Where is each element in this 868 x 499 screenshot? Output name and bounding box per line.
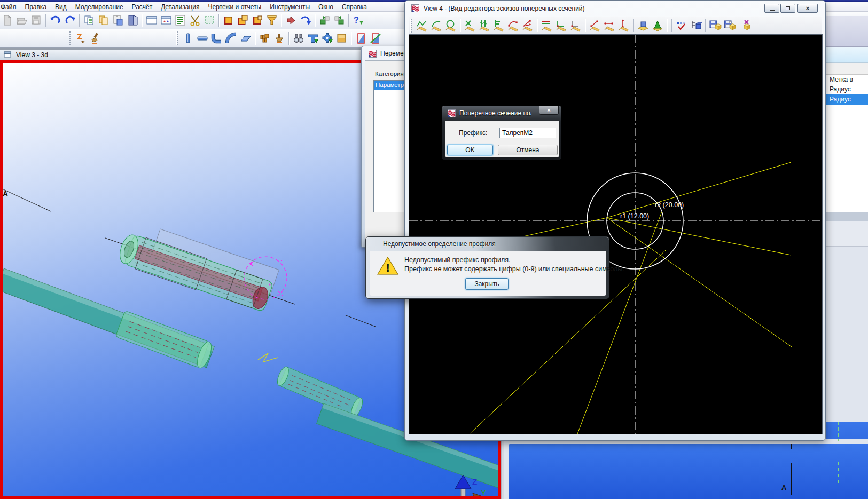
plate-icon[interactable] <box>238 31 253 46</box>
coincident-constraint-icon[interactable] <box>491 18 506 33</box>
bolts-icon[interactable] <box>257 31 272 46</box>
menu-tools[interactable]: Инструменты <box>265 3 314 11</box>
background-view-window: A <box>502 439 868 499</box>
window-icon[interactable] <box>144 13 159 28</box>
sketch-grid-line <box>838 462 839 486</box>
paste-icon[interactable] <box>111 13 125 28</box>
sketch-grid-line <box>838 422 839 441</box>
sketch-circle-icon[interactable] <box>443 18 458 33</box>
material-icon[interactable] <box>334 31 349 46</box>
menu-modeling[interactable]: Моделирование <box>71 3 128 11</box>
panel-divider <box>826 212 868 221</box>
profile-icon[interactable] <box>354 31 368 46</box>
list-icon[interactable] <box>173 13 187 28</box>
panel-body <box>826 247 868 422</box>
arc-beam-icon[interactable] <box>224 31 238 46</box>
vertical-dimension-icon[interactable] <box>616 18 631 33</box>
fill-opening-icon[interactable] <box>250 13 264 28</box>
prefix-input[interactable] <box>499 128 556 138</box>
sketch-toolbar <box>409 17 822 34</box>
redo-icon[interactable] <box>62 13 77 28</box>
parallel-constraint-icon[interactable] <box>477 18 491 33</box>
menu-file[interactable]: Файл <box>0 3 21 11</box>
select-region-icon[interactable] <box>202 13 216 28</box>
window-props-icon[interactable] <box>159 13 173 28</box>
right-window-titlebar <box>826 16 868 47</box>
menu-edit[interactable]: Правка <box>21 3 51 11</box>
table-view-icon[interactable] <box>306 31 320 46</box>
close-button[interactable]: × <box>797 4 818 13</box>
dialog-close-button[interactable]: × <box>539 106 559 115</box>
sketch-arc-icon[interactable] <box>429 18 443 33</box>
delete-profile-icon[interactable] <box>737 18 751 33</box>
copy-icon[interactable] <box>82 13 96 28</box>
view4-titlebar[interactable]: View 4 - (Вид редактора эскизов поперечн… <box>405 1 825 16</box>
section-label-a: A <box>3 189 8 198</box>
cut-icon[interactable] <box>187 13 202 28</box>
corner-grey-icon[interactable] <box>568 18 583 33</box>
find-icon[interactable] <box>291 31 306 46</box>
fill-window-icon[interactable] <box>236 13 250 28</box>
undo-icon[interactable] <box>48 13 62 28</box>
ok-button[interactable]: OK <box>447 145 493 155</box>
menu-detailing[interactable]: Детализация <box>157 3 204 11</box>
fill-edge-icon[interactable] <box>221 13 236 28</box>
table-row-selected[interactable]: Радиус <box>826 94 868 105</box>
menu-window[interactable]: Окно <box>314 3 338 11</box>
minimize-button[interactable] <box>764 4 779 13</box>
profile-cut-icon[interactable] <box>368 31 382 46</box>
background-3d-view[interactable]: A <box>509 444 868 499</box>
close-error-button[interactable]: Закрыть <box>465 278 509 290</box>
error-dialog-titlebar[interactable]: Недопустимое определение профиля <box>366 237 610 251</box>
duplicate-icon[interactable] <box>96 13 111 28</box>
outer-radius-label: r2 (20.00) <box>655 201 684 209</box>
angle-dimension-icon[interactable] <box>520 18 535 33</box>
sketch-polyline-icon[interactable] <box>415 18 429 33</box>
insert-block-icon[interactable] <box>317 13 332 28</box>
horizontal-dimension-icon[interactable] <box>602 18 616 33</box>
corner-beam-icon[interactable] <box>209 31 224 46</box>
section-line-tick <box>791 444 792 449</box>
tree-box-icon[interactable] <box>689 18 703 33</box>
menu-view[interactable]: Вид <box>51 3 71 11</box>
verify-sketch-icon[interactable] <box>674 18 689 33</box>
weld-seam-icon[interactable] <box>73 31 88 46</box>
sleeve-part[interactable] <box>275 365 365 418</box>
funnel-icon[interactable] <box>264 13 279 28</box>
orbit-arrow-icon[interactable] <box>298 13 312 28</box>
open-file-icon[interactable] <box>14 13 29 28</box>
save-icon[interactable] <box>29 13 43 28</box>
remove-block-icon[interactable] <box>332 13 346 28</box>
menu-help[interactable]: Справка <box>338 3 371 11</box>
menu-calculation[interactable]: Расчёт <box>128 3 157 11</box>
cancel-button[interactable]: Отмена <box>498 145 558 155</box>
line-dimension-icon[interactable] <box>588 18 602 33</box>
arc-dimension-icon[interactable] <box>506 18 520 33</box>
corner-dimension-icon[interactable] <box>554 18 568 33</box>
table-row[interactable]: Радиус <box>826 84 868 94</box>
axis-y-label: Y <box>481 489 486 496</box>
parallel-dimension-icon[interactable] <box>539 18 554 33</box>
sketch-canvas[interactable]: r2 (20.00) r1 (12.00) <box>409 35 822 434</box>
error-message-line2: Префикс не может содержать цифры (0-9) и… <box>404 265 624 273</box>
step-forward-icon[interactable] <box>284 13 298 28</box>
delete-point-icon[interactable] <box>463 18 477 33</box>
weld-brush-icon[interactable] <box>88 31 102 46</box>
prefix-label: Префикс: <box>459 129 487 137</box>
cone-item-icon[interactable] <box>650 18 664 33</box>
save-as-profile-icon[interactable] <box>722 18 737 33</box>
restore-button[interactable] <box>780 4 795 13</box>
settings-gear-icon[interactable] <box>320 31 334 46</box>
context-help-icon[interactable]: ? <box>351 13 365 28</box>
view3-window-icon <box>4 51 12 59</box>
weld-down-icon[interactable] <box>272 31 286 46</box>
column-header[interactable]: Метка в <box>826 75 868 84</box>
menu-drawings-reports[interactable]: Чертежи и отчеты <box>204 3 266 11</box>
import-door-icon[interactable] <box>125 13 139 28</box>
save-profile-icon[interactable] <box>708 18 722 33</box>
beam-icon[interactable] <box>195 31 209 46</box>
turnbuckle-body[interactable] <box>116 219 279 313</box>
plane-item-icon[interactable] <box>636 18 650 33</box>
column-icon[interactable] <box>181 31 195 46</box>
new-file-icon[interactable] <box>0 13 14 28</box>
